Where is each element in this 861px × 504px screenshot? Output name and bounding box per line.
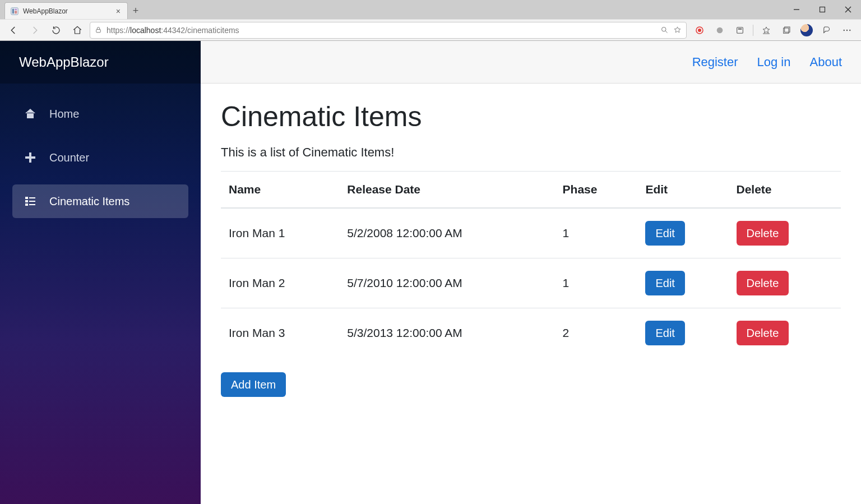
table-row: Iron Man 25/7/2010 12:00:00 AM1EditDelet… (221, 258, 841, 308)
tab-title: WebAppBlazor (23, 7, 68, 15)
svg-rect-5 (820, 7, 825, 12)
main-content: Cinematic Items This is a list of Cinema… (201, 84, 861, 414)
collections-icon[interactable] (777, 21, 796, 39)
back-button[interactable] (4, 21, 22, 39)
svg-rect-29 (29, 204, 35, 205)
col-release: Release Date (339, 172, 554, 209)
svg-rect-17 (784, 28, 789, 33)
edit-button[interactable]: Edit (645, 271, 684, 295)
content-wrap: Register Log in About Cinematic Items Th… (201, 41, 861, 504)
reading-view-icon[interactable] (730, 21, 749, 39)
profile-avatar[interactable] (797, 21, 816, 39)
send-feedback-icon[interactable] (817, 21, 836, 39)
avatar-icon (800, 24, 813, 36)
svg-rect-1 (12, 8, 15, 13)
cell-phase: 1 (555, 258, 638, 308)
toolbar-icons (690, 21, 857, 39)
col-name: Name (221, 172, 339, 209)
edit-button[interactable]: Edit (645, 221, 684, 246)
table-row: Iron Man 35/3/2013 12:00:00 AM2EditDelet… (221, 308, 841, 358)
cell-name: Iron Man 3 (221, 308, 339, 358)
topbar: Register Log in About (201, 41, 861, 84)
col-phase: Phase (555, 172, 638, 209)
cell-phase: 2 (555, 308, 638, 358)
browser-nav-bar: https://localhost:44342/cinematicitems (0, 19, 861, 40)
sidebar-item-counter[interactable]: Counter (12, 141, 188, 174)
svg-point-13 (717, 27, 723, 33)
sidebar-item-cinematic-items[interactable]: Cinematic Items (12, 184, 188, 218)
window-controls (784, 0, 861, 19)
svg-rect-28 (25, 204, 28, 206)
url-scheme: https:// (107, 26, 130, 35)
new-tab-button[interactable]: + (128, 2, 144, 19)
sidebar-item-label: Counter (49, 151, 89, 164)
svg-rect-26 (25, 200, 28, 202)
svg-rect-24 (25, 197, 28, 199)
toolbar-separator (753, 25, 753, 36)
svg-rect-15 (738, 28, 742, 29)
svg-rect-2 (15, 8, 17, 10)
tab-close-icon[interactable]: × (115, 7, 122, 16)
cell-release: 5/2/2008 12:00:00 AM (339, 208, 554, 258)
more-menu-icon[interactable] (837, 21, 857, 39)
sidebar: WebAppBlazor Home Counter (0, 41, 201, 504)
refresh-button[interactable] (47, 21, 65, 39)
home-icon (24, 107, 37, 121)
favorite-icon[interactable] (673, 26, 682, 34)
browser-chrome: WebAppBlazor × + https://localhost: (0, 0, 861, 41)
extension-generic-icon[interactable] (710, 21, 729, 39)
url-path: /cinematicitems (185, 26, 239, 35)
window-maximize-button[interactable] (809, 1, 835, 19)
svg-point-20 (846, 29, 848, 30)
col-edit: Edit (637, 172, 728, 209)
sidebar-item-label: Home (49, 108, 79, 121)
url-host: localhost (130, 26, 161, 35)
login-link[interactable]: Log in (757, 55, 791, 70)
sidebar-nav: Home Counter Cinematic Items (0, 84, 201, 232)
cell-release: 5/7/2010 12:00:00 AM (339, 258, 554, 308)
forward-button[interactable] (26, 21, 44, 39)
svg-point-19 (844, 29, 845, 30)
page-subheading: This is a list of Cinematic Items! (221, 145, 841, 160)
list-icon (24, 195, 37, 208)
svg-rect-14 (737, 27, 743, 33)
add-item-button[interactable]: Add Item (221, 372, 286, 397)
svg-point-9 (662, 27, 666, 32)
extension-adblock-icon[interactable] (690, 21, 709, 39)
edit-button[interactable]: Edit (645, 321, 684, 345)
page-heading: Cinematic Items (221, 100, 841, 133)
cell-name: Iron Man 1 (221, 208, 339, 258)
address-bar[interactable]: https://localhost:44342/cinematicitems (90, 22, 687, 39)
svg-rect-18 (785, 27, 790, 32)
cell-release: 5/3/2013 12:00:00 AM (339, 308, 554, 358)
delete-button[interactable]: Delete (737, 221, 789, 246)
tab-favicon-icon (11, 7, 18, 15)
sidebar-item-home[interactable]: Home (12, 97, 188, 131)
svg-point-12 (698, 29, 701, 32)
svg-rect-27 (29, 201, 35, 202)
about-link[interactable]: About (810, 55, 843, 70)
window-minimize-button[interactable] (784, 1, 809, 19)
url-text: https://localhost:44342/cinematicitems (107, 26, 656, 35)
app-page: WebAppBlazor Home Counter (0, 41, 861, 504)
svg-rect-23 (25, 156, 35, 159)
register-link[interactable]: Register (692, 55, 738, 70)
tab-strip: WebAppBlazor × + (0, 0, 861, 19)
table-row: Iron Man 15/2/2008 12:00:00 AM1EditDelet… (221, 208, 841, 258)
items-table: Name Release Date Phase Edit Delete Iron… (221, 171, 841, 358)
plus-icon (24, 151, 37, 164)
cell-name: Iron Man 2 (221, 258, 339, 308)
home-button[interactable] (68, 21, 86, 39)
cell-phase: 1 (555, 208, 638, 258)
favorites-menu-icon[interactable] (757, 21, 776, 39)
url-port: :44342 (161, 26, 185, 35)
svg-rect-8 (96, 29, 101, 32)
delete-button[interactable]: Delete (737, 321, 789, 345)
svg-rect-25 (29, 197, 35, 198)
window-close-button[interactable] (835, 1, 861, 19)
brand-title[interactable]: WebAppBlazor (0, 41, 201, 84)
sidebar-item-label: Cinematic Items (49, 195, 129, 208)
zoom-icon[interactable] (660, 26, 669, 34)
browser-tab[interactable]: WebAppBlazor × (4, 2, 128, 19)
delete-button[interactable]: Delete (737, 271, 789, 295)
